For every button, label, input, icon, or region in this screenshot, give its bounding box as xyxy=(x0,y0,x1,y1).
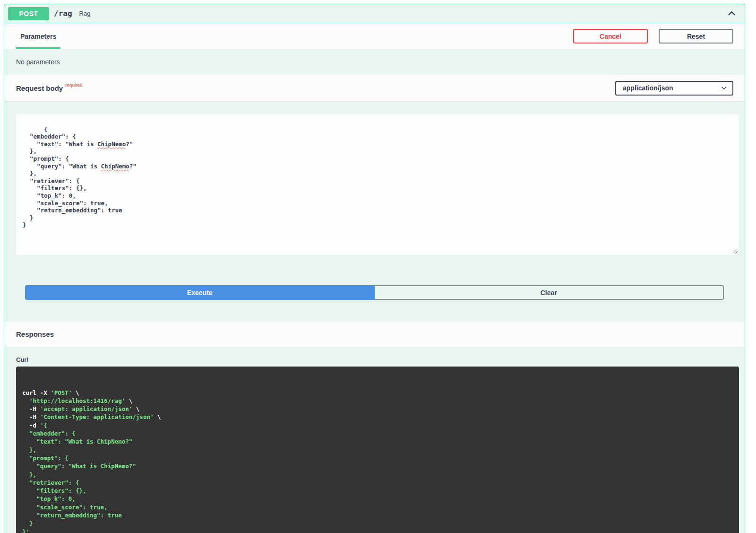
request-body-editor[interactable]: { "embedder": { "text": "What is ChipNem… xyxy=(16,114,739,255)
request-body-label: Request body xyxy=(16,84,63,92)
curl-label: Curl xyxy=(16,356,724,363)
responses-body: Curl curl -X 'POST' \ 'http://localhost:… xyxy=(4,347,745,533)
request-body-section: { "embedder": { "text": "What is ChipNem… xyxy=(4,101,745,321)
parameters-toolbar: Parameters Cancel Reset xyxy=(4,23,745,49)
execute-row: Execute Clear xyxy=(25,285,724,300)
curl-command-text: curl -X 'POST' \ 'http://localhost:1416/… xyxy=(22,389,733,533)
endpoint-description: Rag xyxy=(79,10,91,17)
content-type-value: application/json xyxy=(623,84,673,92)
no-parameters-message: No parameters xyxy=(16,58,60,66)
tab-parameters[interactable]: Parameters xyxy=(16,23,60,49)
clear-button[interactable]: Clear xyxy=(375,285,724,300)
parameters-empty-row: No parameters xyxy=(4,49,745,75)
reset-button[interactable]: Reset xyxy=(659,29,733,44)
toolbar-buttons: Cancel Reset xyxy=(573,29,733,44)
endpoint-path: /rag xyxy=(54,9,72,18)
opblock-post-rag: POST /rag Rag Parameters Cancel Reset No… xyxy=(4,4,745,533)
curl-command-block[interactable]: curl -X 'POST' \ 'http://localhost:1416/… xyxy=(16,367,739,533)
collapse-chevron-up-icon[interactable] xyxy=(727,9,736,18)
cancel-button[interactable]: Cancel xyxy=(573,29,648,44)
tab-parameters-label: Parameters xyxy=(20,33,56,40)
method-badge: POST xyxy=(8,7,49,20)
content-type-select[interactable]: application/json xyxy=(615,81,733,96)
responses-title: Responses xyxy=(16,330,54,338)
responses-header: Responses xyxy=(4,321,745,347)
chevron-down-icon xyxy=(721,85,727,91)
execute-button[interactable]: Execute xyxy=(25,285,375,300)
textarea-resize-handle[interactable] xyxy=(732,248,738,253)
required-label: required xyxy=(65,83,83,88)
endpoint-header[interactable]: POST /rag Rag xyxy=(4,4,745,23)
request-body-header: Request body required application/json xyxy=(4,75,745,101)
